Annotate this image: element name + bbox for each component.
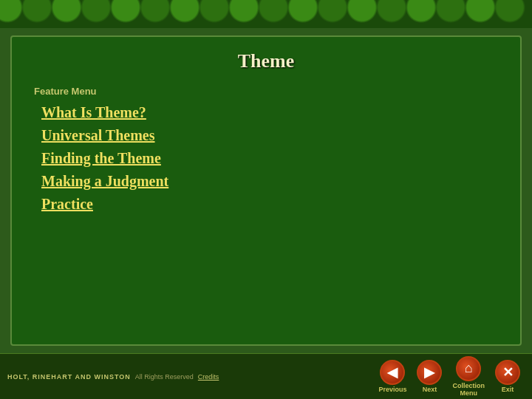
making-a-judgment-link[interactable]: Making a Judgment [41, 173, 168, 189]
previous-button[interactable]: ◀ Previous [374, 357, 411, 397]
slide-title: Theme [34, 50, 498, 72]
publisher-name: HOLT, RINEHART AND WINSTON [7, 373, 131, 381]
menu-links: What Is Theme? Universal Themes Finding … [34, 104, 498, 219]
next-button[interactable]: ▶ Next [412, 357, 446, 397]
list-item: Finding the Theme [41, 150, 498, 167]
home-icon: ⌂ [456, 356, 481, 381]
list-item: Practice [41, 196, 498, 213]
previous-label: Previous [378, 386, 406, 394]
finding-the-theme-link[interactable]: Finding the Theme [41, 150, 161, 166]
exit-button[interactable]: ✕ Exit [491, 357, 525, 397]
bottom-bar: HOLT, RINEHART AND WINSTON All Rights Re… [0, 353, 532, 399]
feature-menu-label: Feature Menu [34, 86, 498, 97]
slide-area: Theme Feature Menu What Is Theme? Univer… [0, 28, 532, 353]
next-label: Next [423, 386, 437, 394]
universal-themes-link[interactable]: Universal Themes [41, 127, 155, 143]
what-is-theme-link[interactable]: What Is Theme? [41, 104, 146, 120]
slide-card: Theme Feature Menu What Is Theme? Univer… [10, 35, 522, 346]
credits-link[interactable]: Credits [198, 373, 219, 381]
publisher-info: HOLT, RINEHART AND WINSTON All Rights Re… [7, 373, 374, 381]
collection-menu-label: CollectionMenu [452, 383, 485, 398]
top-leaf-border [0, 0, 532, 28]
next-icon: ▶ [417, 360, 442, 385]
list-item: Making a Judgment [41, 173, 498, 190]
bottom-left-info: HOLT, RINEHART AND WINSTON All Rights Re… [7, 373, 374, 381]
main-wrapper: Theme Feature Menu What Is Theme? Univer… [0, 0, 532, 399]
collection-menu-button[interactable]: ⌂ CollectionMenu [448, 353, 489, 399]
previous-icon: ◀ [380, 360, 405, 385]
list-item: Universal Themes [41, 127, 498, 144]
practice-link[interactable]: Practice [41, 196, 93, 212]
exit-label: Exit [502, 386, 514, 394]
nav-buttons: ◀ Previous ▶ Next ⌂ CollectionMenu ✕ Exi… [374, 353, 525, 399]
exit-icon: ✕ [495, 360, 520, 385]
list-item: What Is Theme? [41, 104, 498, 121]
copyright-text: All Rights Reserved [135, 373, 194, 381]
